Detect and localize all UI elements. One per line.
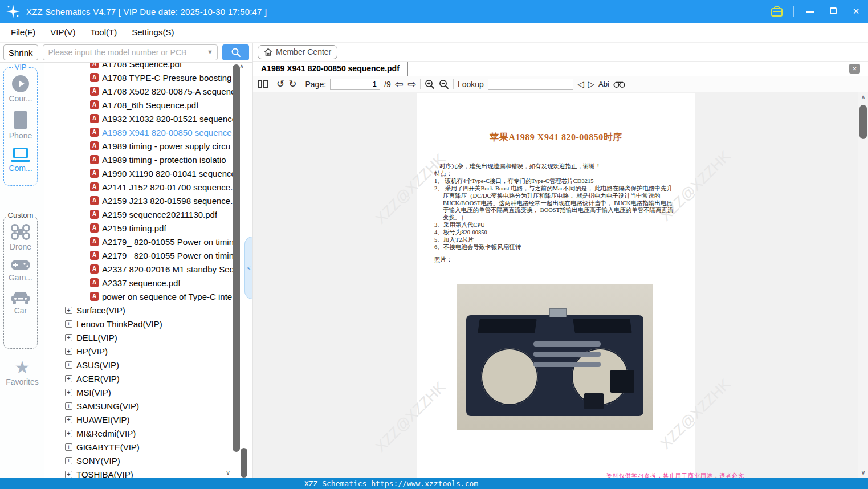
tree-folder-row[interactable]: + HUAWEI(VIP) <box>44 413 241 426</box>
minimize-button[interactable] <box>804 0 817 23</box>
pdf-text-line: 6、不接电池会导致卡顿风扇狂转 <box>434 244 673 251</box>
next-page-icon[interactable]: ⇨ <box>407 79 416 89</box>
chevron-down-icon[interactable]: ▼ <box>207 48 213 55</box>
tree-file-row[interactable]: A A2159 timing.pdf <box>44 221 241 235</box>
page-number-input[interactable] <box>330 79 380 90</box>
sidebar-item-computer[interactable]: Com... <box>4 148 37 173</box>
find-previous-icon[interactable]: ◁ <box>577 79 584 89</box>
tree-folder-row[interactable]: + MI&Redmi(VIP) <box>44 426 241 440</box>
tree-file-row[interactable]: A A1990 X1190 820-01041 sequence. <box>44 166 241 180</box>
expand-plus-icon[interactable]: + <box>65 375 72 382</box>
tree-folder-row[interactable]: + SAMSUNG(VIP) <box>44 399 241 413</box>
home-icon <box>264 48 272 56</box>
lookup-input[interactable] <box>488 79 573 90</box>
tree-folder-row[interactable]: + MSI(VIP) <box>44 385 241 399</box>
pdf-file-icon: A <box>90 264 99 274</box>
expand-plus-icon[interactable]: + <box>65 348 72 355</box>
expand-plus-icon[interactable]: + <box>65 320 72 328</box>
expand-plus-icon[interactable]: + <box>65 457 72 464</box>
maximize-button[interactable] <box>827 0 840 23</box>
expand-plus-icon[interactable]: + <box>65 402 72 410</box>
tree-file-row[interactable]: A A1708 X502 820-00875-A sequenc <box>44 84 241 98</box>
tree-file-row[interactable]: A A2159 J213 820-01598 sequence.p <box>44 194 241 207</box>
pdf-footer-note: 资料仅供学习参考，禁止用于商业用途，违者必究 <box>606 472 744 478</box>
search-button[interactable] <box>222 44 249 60</box>
tree-file-row[interactable]: A A2337 sequence.pdf <box>44 276 241 290</box>
tree-file-row[interactable]: A A1989 timing - power supply circu <box>44 139 241 153</box>
pdf-text-line: 时序冗杂，难免出现遗漏和错误，如有发现欢迎指正，谢谢！ <box>434 163 673 170</box>
expand-plus-icon[interactable]: + <box>65 334 72 341</box>
binoculars-icon[interactable] <box>613 80 625 88</box>
title-bar: XZZ Schematics V4.77 [ VIP Due date: 202… <box>0 0 868 23</box>
sidebar-item-course[interactable]: Cour... <box>4 75 37 103</box>
document-tab[interactable]: A1989 X941 820-00850 sequence.pdf <box>253 62 408 76</box>
tree-file-row[interactable]: A A1708_6th Sequence.pdf <box>44 98 241 112</box>
sidebar-item-drone[interactable]: Drone <box>4 223 37 251</box>
expand-plus-icon[interactable]: + <box>65 471 72 478</box>
briefcase-icon[interactable] <box>771 6 783 17</box>
tree-folder-row[interactable]: + DELL(VIP) <box>44 331 241 344</box>
menu-item[interactable]: Settings(S) <box>124 23 181 42</box>
member-row: Member Center <box>253 43 868 62</box>
tree-scrollbar-thumb-secondary[interactable] <box>241 448 247 478</box>
search-row: Shrink ▼ <box>0 43 252 63</box>
panel-collapse-handle[interactable]: < <box>244 237 252 299</box>
close-button[interactable]: ✕ <box>850 0 862 23</box>
scroll-up-icon[interactable]: ∧ <box>858 93 868 101</box>
model-search-input[interactable] <box>43 44 218 60</box>
shrink-button[interactable]: Shrink <box>3 44 38 60</box>
tree-file-row[interactable]: A A2179_ 820-01055 Power on timin <box>44 248 241 262</box>
tree-file-row[interactable]: A A1989 timing - protection isolatio <box>44 153 241 166</box>
tree-folder-row[interactable]: + ASUS(VIP) <box>44 358 241 372</box>
sidebar-item-car[interactable]: Car <box>4 290 37 315</box>
tree-folder-row[interactable]: + Lenovo ThinkPad(VIP) <box>44 317 241 331</box>
tree-folder-row[interactable]: + HP(VIP) <box>44 344 241 358</box>
close-tab-icon[interactable]: ✕ <box>849 64 860 74</box>
menu-item[interactable]: VIP(V) <box>43 23 83 42</box>
expand-plus-icon[interactable]: + <box>65 443 72 451</box>
tree-file-row[interactable]: A A1708 TYPE-C Pressure boosting p <box>44 71 241 84</box>
tree-file-row[interactable]: A A2141 J152 820-01700 sequence.p <box>44 180 241 194</box>
tree-file-row[interactable]: A A1932 X1032 820-01521 sequence. <box>44 112 241 125</box>
menu-item[interactable]: Tool(T) <box>83 23 125 42</box>
expand-plus-icon[interactable]: + <box>65 307 72 314</box>
sidebar-item-favorites[interactable]: ★ Favorites <box>0 359 44 386</box>
sidebar-item-phone[interactable]: Phone <box>4 111 37 140</box>
tree-folder-row[interactable]: + TOSHIBA(VIP) <box>44 467 241 478</box>
expand-plus-icon[interactable]: + <box>65 416 72 423</box>
previous-page-icon[interactable]: ⇦ <box>395 79 404 89</box>
tree-scroll-down-icon[interactable]: ∨ <box>226 469 230 476</box>
expand-plus-icon[interactable]: + <box>65 361 72 369</box>
zoom-in-icon[interactable] <box>425 79 435 89</box>
tree-folder-row[interactable]: + SONY(VIP) <box>44 454 241 467</box>
viewer-scrollbar[interactable]: ∧ ∨ <box>858 92 868 478</box>
rotate-left-icon[interactable]: ↺ <box>276 79 284 89</box>
tree-file-row[interactable]: A A2179_ 820-01055 Power on timin <box>44 235 241 248</box>
match-case-toggle[interactable]: Abi <box>598 80 609 88</box>
tree-file-row[interactable]: A A2337 820-02016 M1 standby Sequ <box>44 262 241 276</box>
sidebar-item-game[interactable]: Gam... <box>4 259 37 282</box>
tree-file-row[interactable]: A A1989 X941 820-00850 sequence.p <box>44 125 241 139</box>
zoom-out-icon[interactable] <box>439 79 449 89</box>
tree-folder-row[interactable]: + ACER(VIP) <box>44 372 241 385</box>
viewer-scrollbar-thumb[interactable] <box>859 105 867 139</box>
rotate-right-icon[interactable]: ↻ <box>288 79 296 89</box>
tree-file-row[interactable]: A power on sequence of Type-C inte <box>44 290 241 303</box>
scroll-down-icon[interactable]: ∨ <box>858 469 868 476</box>
tree-scroll-up-icon[interactable]: ∧ <box>239 63 244 70</box>
pdf-viewer: 苹果A1989 X941 820-00850时序 时序冗杂，难免出现遗漏和错误，… <box>253 92 868 478</box>
tree-file-row[interactable]: A A2159 sequence20211130.pdf <box>44 207 241 221</box>
tree-file-row[interactable]: A A1708 Sequence.pdf <box>44 63 241 71</box>
tree-folder-row[interactable]: + Surface(VIP) <box>44 303 241 317</box>
find-next-icon[interactable]: ▷ <box>588 79 594 89</box>
expand-plus-icon[interactable]: + <box>65 389 72 396</box>
pdf-text-line: 于输入电压的单管不隔离直流变换， BOOST指输出电压高于输入电压的单管不隔离直… <box>434 207 673 214</box>
window-title: XZZ Schematics V4.77 [ VIP Due date: 202… <box>26 7 267 17</box>
two-page-view-icon[interactable] <box>258 80 268 88</box>
sidebar-group-custom: Custom Drone <box>3 215 38 349</box>
tree-scrollbar-thumb[interactable] <box>233 64 240 452</box>
expand-plus-icon[interactable]: + <box>65 430 72 437</box>
member-center-button[interactable]: Member Center <box>258 45 337 59</box>
menu-item[interactable]: File(F) <box>3 23 43 42</box>
tree-folder-row[interactable]: + GIGABYTE(VIP) <box>44 440 241 454</box>
